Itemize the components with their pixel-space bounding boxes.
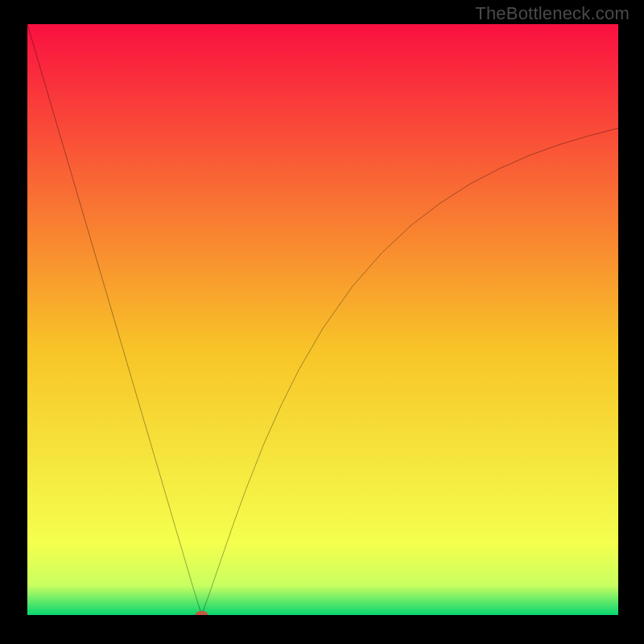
watermark: TheBottleneck.com xyxy=(475,3,630,24)
plot-background xyxy=(27,24,618,615)
chart-frame: TheBottleneck.com xyxy=(0,0,644,644)
bottleneck-chart xyxy=(27,24,618,615)
